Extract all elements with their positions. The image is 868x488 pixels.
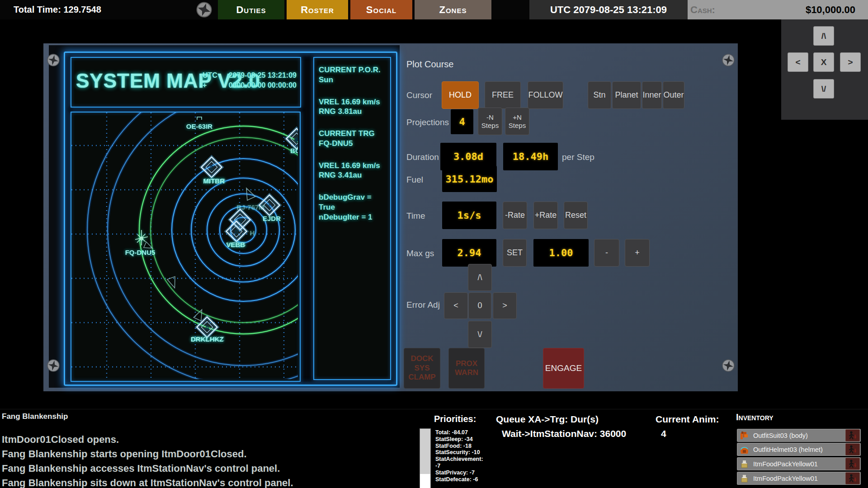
- map-marker-label: VEBB: [226, 241, 245, 249]
- tab-duties[interactable]: Duties: [218, 0, 284, 19]
- error-adj-down-button[interactable]: \/: [468, 321, 492, 348]
- inventory-item-label: ItmFoodPackYellow01: [753, 475, 845, 482]
- current-anim-header: Current Anim:: [656, 414, 719, 425]
- camera-nav-panel: /\ < X > \/: [781, 19, 868, 120]
- priority-item: StatSecurity: -10: [435, 449, 483, 456]
- inventory-item-row[interactable]: ItmFoodPackYellow01: [737, 472, 861, 485]
- plus-n-line2: Steps: [509, 122, 526, 129]
- screw-icon: [722, 359, 735, 372]
- time-label: Time: [406, 211, 425, 221]
- screw-icon: [722, 53, 735, 67]
- dock-line2: SYS: [414, 364, 429, 373]
- bottom-status-bar: Fang Blankenship ItmDoor01Closed opens. …: [0, 409, 868, 488]
- max-gs-minus-button[interactable]: -: [594, 239, 619, 267]
- duration-hours-value: 18.49h: [503, 143, 558, 170]
- error-adj-value: 0: [468, 292, 491, 319]
- screw-icon: [47, 53, 60, 67]
- error-adj-left-button[interactable]: <: [444, 292, 468, 319]
- map-marker-label: FQ-DNU5: [125, 249, 156, 256]
- max-gs-value: 2.94: [442, 239, 496, 267]
- inventory-item-row[interactable]: OutfitSuit03 (body): [737, 429, 861, 442]
- total-time-label: Total Time: 129.7548: [14, 5, 101, 15]
- inventory-item-label: OutfitHelmet03 (helmet): [753, 446, 845, 453]
- minus-rate-button[interactable]: -Rate: [503, 202, 527, 229]
- inventory-item-label: ItmFoodPackYellow01: [753, 460, 845, 468]
- info-vrel-por: VREL 16.69 km/s: [319, 97, 386, 107]
- foodpack-icon: [739, 459, 750, 469]
- minus-n-line1: -N: [486, 113, 494, 121]
- info-trg-label: CURRENT TRG: [319, 129, 386, 139]
- reset-rate-button[interactable]: Reset: [564, 202, 588, 229]
- inventory-item-row[interactable]: OutfitHelmet03 (helmet): [737, 443, 861, 456]
- target-inner-button[interactable]: Inner: [642, 81, 662, 109]
- dock-line3: CLAMP: [408, 373, 435, 382]
- nav-up-button[interactable]: /\: [813, 26, 834, 46]
- map-marker-label: MITBR: [203, 177, 225, 185]
- drop-item-icon[interactable]: [845, 443, 860, 455]
- priorities-scrollbar[interactable]: [420, 428, 431, 488]
- inventory-header: Inventory: [736, 412, 774, 422]
- plus-rate-button[interactable]: +Rate: [533, 202, 558, 229]
- cursor-follow-button[interactable]: FOLLOW: [528, 81, 563, 109]
- info-rng-trg: RNG 3.41au: [319, 170, 386, 180]
- orbital-map-display[interactable]: RJ-767MH◆2↑⊖0AOE-63IRBCIMITBRMITBREJDRVE…: [71, 112, 301, 382]
- map-diamond-marker[interactable]: ◆: [286, 128, 298, 149]
- cursor-free-button[interactable]: FREE: [485, 81, 521, 109]
- cursor-label: Cursor: [406, 90, 432, 100]
- max-gs-set-button[interactable]: SET: [503, 239, 527, 267]
- prox-line2: WARN: [455, 368, 478, 377]
- system-map-clock: UTC2079-08-25 13:21:09 +0000-00-00 00:00…: [203, 70, 297, 90]
- tab-social[interactable]: Social: [350, 0, 412, 19]
- fuel-label: Fuel: [406, 175, 423, 185]
- time-rate-value: 1s/s: [442, 202, 496, 229]
- nav-right-button[interactable]: >: [840, 52, 861, 72]
- plus-n-steps-button[interactable]: +N Steps: [505, 108, 529, 135]
- dock-sys-clamp-button[interactable]: DOCK SYS CLAMP: [404, 348, 440, 389]
- priority-item: StatPrivacy: -7: [435, 469, 483, 476]
- minus-n-steps-button[interactable]: -N Steps: [478, 108, 502, 135]
- target-planet-button[interactable]: Planet: [612, 81, 641, 109]
- info-rng-por: RNG 3.81au: [319, 107, 386, 117]
- prox-line1: PROX: [456, 359, 477, 368]
- error-adj-right-button[interactable]: >: [493, 292, 517, 319]
- fuel-value: 315.12mo: [442, 166, 497, 192]
- cash-label: Cash:: [690, 4, 715, 16]
- nav-down-button[interactable]: \/: [813, 79, 834, 99]
- character-name: Fang Blankenship: [2, 412, 68, 421]
- target-stn-button[interactable]: Stn: [588, 81, 611, 109]
- cash-bar: Cash: $10,000.00: [688, 0, 868, 19]
- error-adj-up-button[interactable]: /\: [468, 264, 492, 291]
- drop-item-icon[interactable]: [845, 429, 860, 441]
- tab-zones[interactable]: Zones: [415, 0, 491, 19]
- max-gs-plus-button[interactable]: +: [625, 239, 650, 267]
- priority-item: -7: [435, 463, 483, 469]
- cursor-hold-button[interactable]: HOLD: [442, 81, 479, 109]
- map-diamond-glyph: 0: [235, 228, 238, 235]
- map-info-panel: CURRENT P.O.R.Sun VREL 16.69 km/sRNG 3.8…: [313, 57, 391, 380]
- info-debug-grav: bDebugGrav = True: [319, 192, 386, 212]
- system-map-header: SYSTEM MAP V2.0 UTC2079-08-25 13:21:09 +…: [71, 57, 301, 108]
- nav-close-button[interactable]: X: [813, 52, 834, 72]
- map-diamond-glyph: 2: [210, 164, 213, 171]
- priority-item: StatSleep: -34: [435, 436, 483, 443]
- settings-gear-icon[interactable]: [196, 1, 212, 18]
- inventory-item-label: OutfitSuit03 (body): [753, 432, 845, 439]
- map-diamond-marker[interactable]: 2: [201, 157, 222, 177]
- duration-label: Duration: [406, 152, 439, 162]
- queue-entry: Wait->ItmStationNav: 36000: [502, 428, 626, 439]
- tab-roster[interactable]: Roster: [287, 0, 348, 19]
- max-gs-target-value: 1.00: [533, 239, 589, 267]
- inventory-item-row[interactable]: ItmFoodPackYellow01: [737, 457, 861, 470]
- prox-warn-button[interactable]: PROX WARN: [448, 348, 485, 389]
- top-bar: Total Time: 129.7548 Duties Roster Socia…: [0, 0, 868, 19]
- nav-left-button[interactable]: <: [788, 52, 808, 72]
- drop-item-icon[interactable]: [845, 458, 860, 470]
- map-marker-label: BCI: [290, 147, 298, 155]
- utc-clock: UTC 2079-08-25 13:21:09: [529, 0, 688, 19]
- target-outer-button[interactable]: Outer: [663, 81, 684, 109]
- log-line: ItmDoor01Closed opens.: [2, 434, 119, 446]
- main-tabs: Duties Roster Social Zones: [218, 0, 494, 19]
- suit-icon: [739, 430, 750, 441]
- drop-item-icon[interactable]: [845, 472, 860, 484]
- engage-button[interactable]: ENGAGE: [543, 348, 584, 389]
